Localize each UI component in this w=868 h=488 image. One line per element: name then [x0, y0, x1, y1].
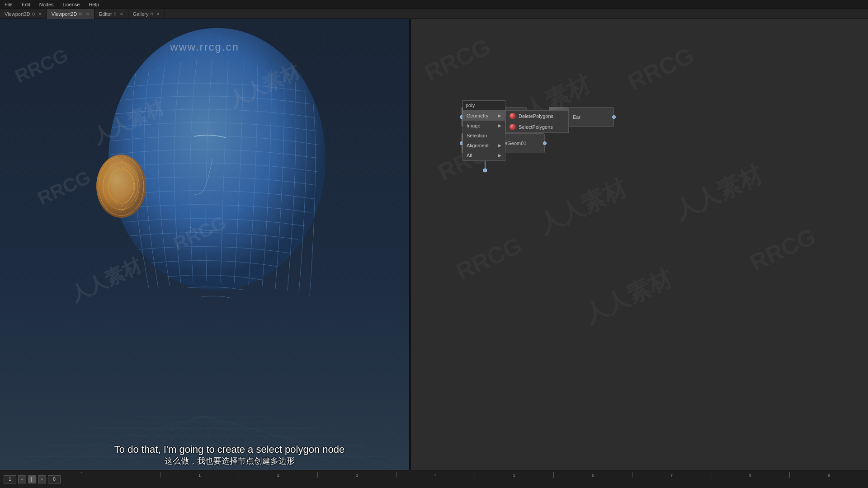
timeline-controls: − ▎ +	[0, 475, 81, 483]
tab-viewport3d[interactable]: Viewport3D Q ✕	[0, 9, 47, 19]
context-menu-container: Geometry ▶ Image ▶ Selection Alignment ▶…	[462, 100, 505, 161]
panel-separator	[409, 19, 411, 470]
node-search-input[interactable]	[462, 100, 505, 110]
menu-item-image[interactable]: Image ▶	[463, 121, 505, 131]
node-wm-5: RRCG	[452, 231, 526, 285]
tab-close-viewport2d[interactable]: ✕	[86, 12, 90, 16]
menu-help[interactable]: Help	[87, 2, 101, 7]
node-wm-1: RRCG	[420, 33, 494, 86]
ruler-mark-8: 8	[711, 472, 789, 478]
tab-close-editor[interactable]: ✕	[120, 12, 123, 16]
tab-bar: Viewport3D Q ✕ Viewport2D W ✕ Editor E ✕…	[0, 9, 868, 19]
submenu-item-deletepolygons[interactable]: DeletePolygons	[506, 111, 568, 122]
svg-point-28	[483, 169, 487, 172]
delete-polygons-icon	[509, 113, 516, 119]
menu-item-selection[interactable]: Selection	[463, 131, 505, 141]
svg-point-18	[108, 28, 326, 290]
node-wm-7: RRCG	[623, 42, 698, 95]
menu-license[interactable]: License	[61, 2, 82, 7]
menu-nodes[interactable]: Nodes	[38, 2, 56, 7]
viewport-area: www.rrcg.cn	[0, 19, 409, 470]
menu-item-alignment[interactable]: Alignment ▶	[463, 141, 505, 150]
node-wm-6: 人人素材	[579, 263, 677, 331]
ruler-mark-3: 3	[317, 472, 396, 478]
menu-edit[interactable]: Edit	[20, 2, 32, 7]
svg-point-19	[96, 155, 146, 218]
node-subdivide-out-connector	[543, 141, 547, 145]
geometry-arrow: ▶	[498, 113, 501, 118]
timeline-ruler[interactable]: 1 2 3 4 5 6 7 8 9	[81, 470, 868, 488]
image-arrow: ▶	[498, 123, 501, 128]
ruler-mark-0	[81, 472, 160, 473]
timeline-plus-button[interactable]: +	[38, 475, 46, 483]
context-menu: Geometry ▶ Image ▶ Selection Alignment ▶…	[462, 110, 505, 161]
menu-item-geometry[interactable]: Geometry ▶	[463, 111, 505, 121]
ruler-mark-2: 2	[239, 472, 317, 478]
tab-gallery[interactable]: Gallery R ✕	[128, 9, 165, 19]
ruler-mark-1: 1	[160, 472, 239, 478]
node-wm-8: 人人素材	[669, 159, 768, 227]
timeline-end-frame[interactable]	[48, 475, 61, 483]
node-ear-out-connector	[612, 115, 616, 119]
timeline-minus-button[interactable]: −	[18, 475, 26, 483]
alignment-arrow: ▶	[498, 143, 501, 148]
select-polygons-icon	[509, 124, 516, 130]
timeline: − ▎ + 1 2 3 4 5 6 7 8 9	[0, 470, 868, 488]
node-ear-label: Ear	[569, 107, 614, 127]
menu-file[interactable]: File	[3, 2, 14, 7]
node-wm-9: RRCG	[745, 222, 820, 276]
node-editor[interactable]: RRCG 人人素材 RRCG 人人素材 RRCG 人人素材 RRCG 人人素材 …	[409, 19, 868, 470]
head-wireframe-svg	[54, 28, 371, 344]
node-wm-4: 人人素材	[533, 172, 632, 240]
menu-bar: File Edit Nodes License Help	[0, 0, 868, 9]
timeline-start-frame[interactable]	[4, 475, 16, 483]
tab-viewport2d[interactable]: Viewport2D W ✕	[47, 9, 94, 19]
all-arrow: ▶	[498, 153, 501, 158]
ruler-mark-9: 9	[789, 472, 868, 478]
menu-item-all[interactable]: All ▶	[463, 150, 505, 160]
submenu-geometry: DeletePolygons SelectPolygons	[505, 110, 569, 133]
tab-editor[interactable]: Editor E ✕	[94, 9, 128, 19]
ruler-mark-7: 7	[632, 472, 711, 478]
ruler-marks: 1 2 3 4 5 6 7 8 9	[81, 470, 868, 488]
tab-close-gallery[interactable]: ✕	[156, 12, 160, 16]
ruler-mark-6: 6	[553, 472, 632, 478]
submenu-item-selectpolygons[interactable]: SelectPolygons	[506, 122, 568, 132]
timeline-tick-indicator: ▎	[28, 475, 36, 483]
ruler-mark-5: 5	[475, 472, 553, 478]
tab-close-viewport3d[interactable]: ✕	[38, 12, 42, 16]
subtitle-bar: To do that, I'm going to create a select…	[0, 440, 459, 470]
subtitle-chinese: 这么做，我也要选择节点创建多边形	[165, 455, 295, 466]
subtitle-english: To do that, I'm going to create a select…	[114, 444, 344, 455]
ruler-mark-4: 4	[396, 472, 475, 478]
